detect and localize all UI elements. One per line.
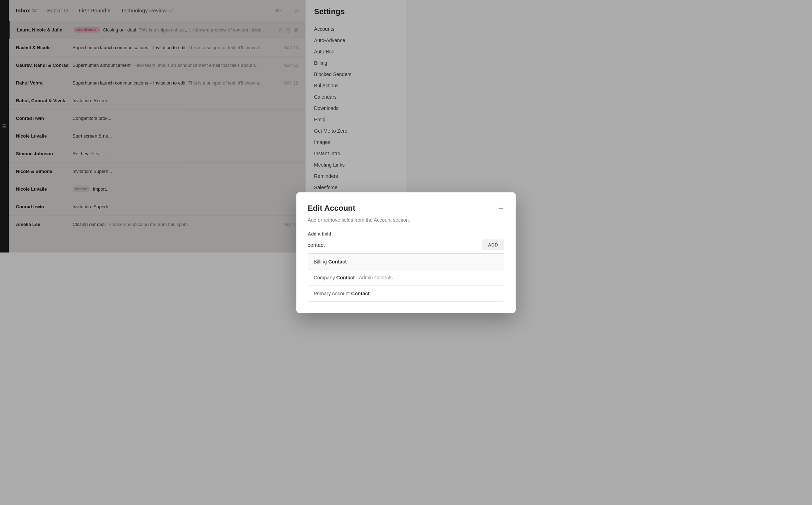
modal-title: Edit Account xyxy=(308,204,355,213)
modal-field-label: Add a field xyxy=(308,231,406,237)
modal-subtitle: Add or remove fields from the Account se… xyxy=(308,217,406,223)
modal-input-row: ADD xyxy=(308,239,406,253)
modal-overlay: Edit Account ← Add or remove fields from… xyxy=(0,0,406,253)
modal-header: Edit Account ← xyxy=(308,204,406,213)
edit-account-modal: Edit Account ← Add or remove fields from… xyxy=(296,192,406,253)
add-field-input[interactable] xyxy=(308,242,406,248)
